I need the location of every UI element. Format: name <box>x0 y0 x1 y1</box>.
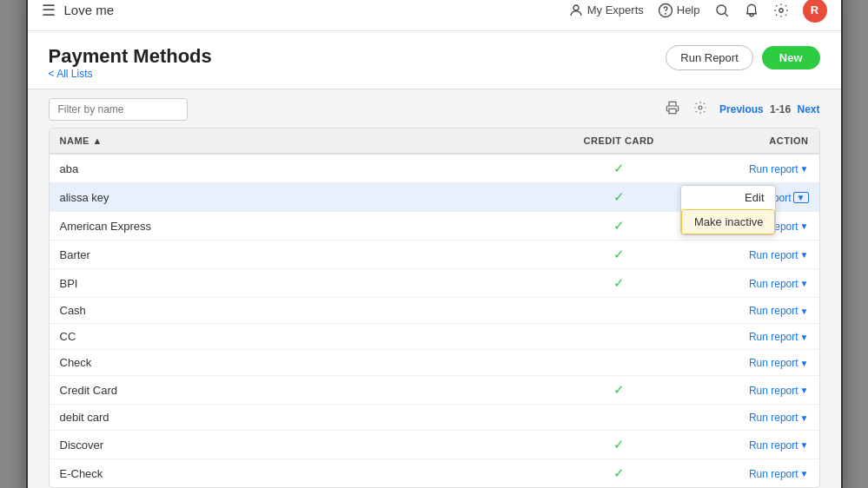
checkmark-icon: ✓ <box>613 161 625 175</box>
my-experts-button[interactable]: My Experts <box>568 3 644 18</box>
row-action-cell: Run report ▼ <box>688 324 819 350</box>
dropdown-arrow-icon[interactable]: ▼ <box>800 250 809 260</box>
run-report-link[interactable]: Run report ▼ <box>749 305 809 317</box>
make-inactive-menu-item[interactable]: Make inactive <box>681 209 775 234</box>
pagination: Previous 1-16 Next <box>719 103 819 115</box>
help-icon <box>658 3 673 18</box>
dropdown-arrow-icon[interactable]: ▼ <box>800 333 809 342</box>
table-row: CheckRun report ▼ <box>50 350 819 376</box>
dropdown-arrow-icon[interactable]: ▼ <box>800 359 809 368</box>
run-report-link[interactable]: Run report ▼ <box>749 331 809 343</box>
action-dropdown-popup: EditMake inactive <box>680 185 776 235</box>
run-report-link[interactable]: Run report ▼ <box>749 249 809 261</box>
row-credit-card-cell: ✓ <box>549 154 687 183</box>
checkmark-icon: ✓ <box>613 465 625 480</box>
row-credit-card-cell: ✓ <box>549 212 687 241</box>
row-action-cell: Run report ▼ <box>688 376 819 405</box>
row-name-cell: BPI <box>50 269 550 298</box>
prev-label[interactable]: Previous <box>719 103 764 115</box>
dropdown-arrow-icon[interactable]: ▼ <box>793 192 809 203</box>
row-credit-card-cell <box>549 350 687 376</box>
table-row: CashRun report ▼ <box>50 298 819 324</box>
new-button[interactable]: New <box>762 46 820 69</box>
dropdown-arrow-icon[interactable]: ▼ <box>800 307 809 316</box>
dropdown-arrow-icon[interactable]: ▼ <box>800 413 809 423</box>
row-name-cell: American Express <box>50 212 550 241</box>
dropdown-arrow-icon[interactable]: ▼ <box>800 221 809 231</box>
row-name-cell: Credit Card <box>50 376 550 405</box>
svg-point-2 <box>665 13 666 14</box>
checkmark-icon: ✓ <box>613 437 625 452</box>
topnav-left: ☰ Love me <box>42 1 568 20</box>
checkmark-icon: ✓ <box>613 218 625 233</box>
settings-icon <box>693 101 707 115</box>
table-row: Discover✓Run report ▼ <box>50 431 819 459</box>
checkmark-icon: ✓ <box>613 382 625 397</box>
header-credit-card[interactable]: CREDIT CARD <box>549 129 687 154</box>
table-header-row: NAME ▲ CREDIT CARD ACTION <box>50 129 819 154</box>
row-action-cell: Run report ▼ <box>688 350 819 376</box>
page-header-left: Payment Methods < All Lists <box>49 45 212 80</box>
row-action-cell: Run report ▼ <box>688 431 819 459</box>
dropdown-arrow-icon[interactable]: ▼ <box>800 469 809 478</box>
app-title: Love me <box>64 3 115 17</box>
help-button[interactable]: Help <box>658 3 700 18</box>
breadcrumb[interactable]: < All Lists <box>49 68 212 80</box>
row-action-cell: Run report ▼ <box>688 154 819 183</box>
table-row: CCRun report ▼ <box>50 324 819 350</box>
run-report-link[interactable]: Run report ▼ <box>749 163 809 175</box>
toolbar-right: Previous 1-16 Next <box>664 99 819 120</box>
print-button[interactable] <box>664 99 681 120</box>
run-report-link[interactable]: Run report ▼ <box>749 385 809 397</box>
row-name-cell: Cash <box>50 298 550 324</box>
row-credit-card-cell <box>549 324 687 350</box>
pagination-range: 1-16 <box>770 103 791 115</box>
dropdown-arrow-icon[interactable]: ▼ <box>800 279 809 288</box>
my-experts-label: My Experts <box>587 3 644 16</box>
table-row: Credit Card✓Run report ▼ <box>50 376 819 405</box>
table-row: debit cardRun report ▼ <box>50 405 819 431</box>
run-report-link[interactable]: Run report ▼ <box>749 439 809 452</box>
user-avatar[interactable]: R <box>803 0 827 23</box>
run-report-link[interactable]: Run report ▼ <box>749 278 809 290</box>
header-action: ACTION <box>688 129 819 154</box>
row-credit-card-cell: ✓ <box>549 183 687 212</box>
table-row: aba✓Run report ▼ <box>50 154 819 183</box>
svg-point-0 <box>573 5 579 10</box>
filter-input[interactable] <box>49 98 188 121</box>
table-row: E-Check✓Run report ▼ <box>50 459 819 488</box>
run-report-link[interactable]: Run report ▼ <box>749 357 809 369</box>
row-credit-card-cell: ✓ <box>549 431 687 459</box>
checkmark-icon: ✓ <box>613 189 625 204</box>
edit-menu-item[interactable]: Edit <box>681 186 775 209</box>
table-row: Barter✓Run report ▼ <box>50 241 819 269</box>
search-button[interactable] <box>714 3 730 18</box>
run-report-button[interactable]: Run Report <box>666 45 752 70</box>
row-action-cell: Run report ▼ <box>688 459 819 488</box>
svg-point-7 <box>699 106 702 109</box>
settings-button[interactable] <box>773 3 789 18</box>
row-action-cell: Run report ▼ <box>688 241 819 269</box>
dropdown-arrow-icon[interactable]: ▼ <box>800 386 809 395</box>
settings-gear-button[interactable] <box>692 99 709 120</box>
notifications-button[interactable] <box>744 3 759 18</box>
app-window: ☰ Love me My Experts Help <box>26 0 843 488</box>
hamburger-menu-icon[interactable]: ☰ <box>42 1 56 20</box>
row-action-cell: Run report ▼ <box>688 298 819 324</box>
run-report-link[interactable]: Run report ▼ <box>749 412 809 424</box>
run-report-link[interactable]: Run report ▼ <box>749 468 809 480</box>
svg-line-4 <box>725 13 727 16</box>
row-name-cell: Barter <box>50 241 550 269</box>
row-name-cell: alissa key <box>50 183 550 212</box>
svg-point-3 <box>717 5 726 15</box>
next-label[interactable]: Next <box>797 103 819 115</box>
page-header-right: Run Report New <box>666 45 819 70</box>
header-name[interactable]: NAME ▲ <box>50 129 550 154</box>
dropdown-arrow-icon[interactable]: ▼ <box>800 440 809 450</box>
bell-icon <box>744 3 759 18</box>
dropdown-arrow-icon[interactable]: ▼ <box>800 164 809 174</box>
row-name-cell: E-Check <box>50 459 550 488</box>
row-name-cell: Discover <box>50 431 550 459</box>
svg-point-5 <box>779 8 783 12</box>
row-credit-card-cell: ✓ <box>549 459 687 488</box>
